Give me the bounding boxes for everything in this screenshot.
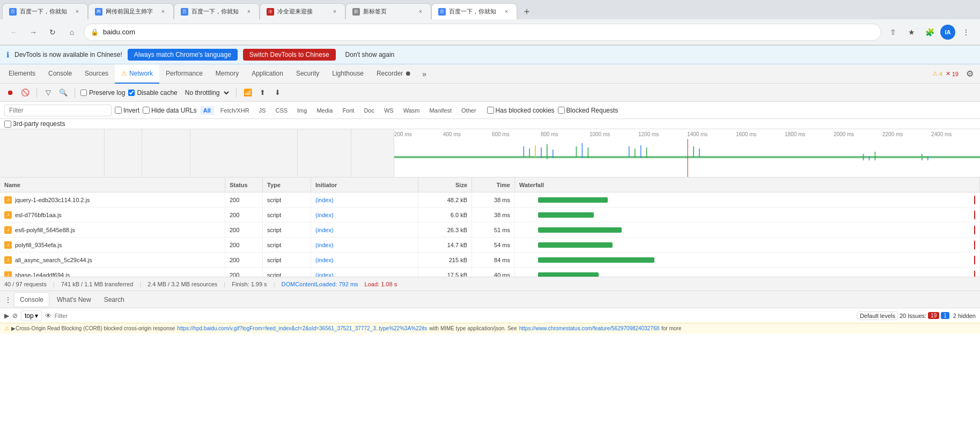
filter-type-all[interactable]: All xyxy=(200,106,214,115)
forward-button[interactable]: → xyxy=(26,25,41,40)
tab-console[interactable]: Console xyxy=(42,64,78,84)
back-button[interactable]: ← xyxy=(6,25,21,40)
blocked-requests-checkbox[interactable] xyxy=(558,107,565,114)
bookmark-button[interactable]: ★ xyxy=(904,25,919,40)
browser-tab-4[interactable]: 冷 冷全迎来迎接 × xyxy=(260,3,345,19)
table-row[interactable]: J all_async_search_5c29c44.js 200 script… xyxy=(0,253,980,268)
tab-security[interactable]: Security xyxy=(290,64,326,84)
browser-tab-1[interactable]: 百 百度一下，你就知 × xyxy=(2,3,88,19)
filter-icon-button[interactable]: ▽ xyxy=(42,87,54,99)
default-levels-select[interactable]: Default levels xyxy=(857,312,898,320)
url-bar[interactable]: 🔒 baidu.com xyxy=(84,24,881,41)
tab-performance[interactable]: Performance xyxy=(159,64,209,84)
table-row[interactable]: J sbase-1e4addf694.js 200 script (index)… xyxy=(0,268,980,277)
tab-memory[interactable]: Memory xyxy=(209,64,245,84)
more-tabs-button[interactable]: » xyxy=(418,70,431,78)
col-header-status[interactable]: Status xyxy=(225,177,263,192)
tab-lighthouse[interactable]: Lighthouse xyxy=(326,64,370,84)
col-header-name[interactable]: Name xyxy=(0,177,225,192)
preserve-log-label[interactable]: Preserve log xyxy=(80,89,125,97)
tab-favicon-4: 冷 xyxy=(267,8,274,16)
timeline-header: 200 ms 400 ms 600 ms 800 ms 1000 ms 1200… xyxy=(0,129,980,177)
search-button[interactable]: 🔍 xyxy=(57,87,69,99)
bottom-tab-whats-new[interactable]: What's New xyxy=(51,292,97,307)
new-tab-button[interactable]: + xyxy=(519,4,534,19)
disable-cache-checkbox[interactable] xyxy=(128,90,135,96)
filter-type-font[interactable]: Font xyxy=(339,106,357,115)
filter-type-media[interactable]: Media xyxy=(313,106,336,115)
match-language-button[interactable]: Always match Chrome's language xyxy=(128,49,238,61)
col-header-type[interactable]: Type xyxy=(263,177,311,192)
filter-type-ws[interactable]: WS xyxy=(381,106,397,115)
invert-checkbox[interactable] xyxy=(115,107,122,114)
col-header-time[interactable]: Time xyxy=(472,177,515,192)
col-header-initiator[interactable]: Initiator xyxy=(311,177,418,192)
preserve-log-checkbox[interactable] xyxy=(80,90,87,96)
profile-button[interactable]: IA xyxy=(940,25,955,40)
tab-close-3[interactable]: × xyxy=(245,8,253,16)
filter-type-img[interactable]: Img xyxy=(294,106,310,115)
blocked-requests-label[interactable]: Blocked Requests xyxy=(558,107,618,114)
tab-application[interactable]: Application xyxy=(245,64,290,84)
devtools-settings-button[interactable]: ⚙ xyxy=(962,69,978,79)
dont-show-again-button[interactable]: Don't show again xyxy=(341,49,399,61)
browser-tab-3[interactable]: 百 百度一下，你就知 × xyxy=(174,3,260,19)
console-link-2[interactable]: https://www.chromestatus.com/feature/562… xyxy=(519,325,659,331)
table-row[interactable]: J es6-polyfill_5645e88.js 200 script (in… xyxy=(0,223,980,238)
browser-tab-5[interactable]: 新 新标签页 × xyxy=(345,3,431,19)
home-button[interactable]: ⌂ xyxy=(64,25,79,40)
export-button[interactable]: ⬇ xyxy=(272,87,284,99)
filter-type-js[interactable]: JS xyxy=(256,106,269,115)
disable-cache-label[interactable]: Disable cache xyxy=(128,89,177,97)
table-row[interactable]: J polyfill_9354efa.js 200 script (index)… xyxy=(0,238,980,253)
hide-data-urls-checkbox-label[interactable]: Hide data URLs xyxy=(143,107,197,114)
record-button[interactable]: ⏺ xyxy=(4,87,16,99)
tab-close-6[interactable]: × xyxy=(503,8,510,16)
context-selector[interactable]: top ▾ xyxy=(21,310,42,321)
hide-data-urls-checkbox[interactable] xyxy=(143,107,150,114)
invert-checkbox-label[interactable]: Invert xyxy=(115,107,139,114)
throttle-select[interactable]: No throttling xyxy=(181,87,231,98)
browser-tab-6[interactable]: 百 百度一下，你就知 × xyxy=(431,3,517,19)
tab-recorder[interactable]: Recorder ⏺ xyxy=(370,64,418,84)
has-blocked-cookies-checkbox[interactable] xyxy=(487,107,494,114)
menu-button[interactable]: ⋮ xyxy=(959,25,974,40)
filter-input[interactable] xyxy=(4,105,112,116)
svg-rect-3 xyxy=(535,145,536,158)
filter-type-css[interactable]: CSS xyxy=(272,106,291,115)
clear-button[interactable]: 🚫 xyxy=(19,87,31,99)
filter-type-doc[interactable]: Doc xyxy=(360,106,378,115)
cell-waterfall-4 xyxy=(515,253,980,267)
bottom-tab-search[interactable]: Search xyxy=(99,292,130,307)
filter-type-manifest[interactable]: Manifest xyxy=(426,106,455,115)
bottom-menu-icon[interactable]: ⋮ xyxy=(4,295,12,304)
tab-elements[interactable]: Elements xyxy=(2,64,42,84)
console-link-1[interactable]: https://hpd.baidu.com/v.gif?logFrom=feed… xyxy=(177,325,427,331)
col-header-waterfall[interactable]: Waterfall xyxy=(515,177,980,192)
console-filter-input[interactable] xyxy=(55,313,854,319)
table-header: Name Status Type Initiator Size Time Wat… xyxy=(0,177,980,192)
filter-type-wasm[interactable]: Wasm xyxy=(400,106,423,115)
extensions-button[interactable]: 🧩 xyxy=(922,25,937,40)
tab-close-5[interactable]: × xyxy=(417,8,424,16)
browser-tab-2[interactable]: 网 网传前国足主帅字 × xyxy=(88,3,174,19)
tab-close-2[interactable]: × xyxy=(159,8,167,16)
third-party-checkbox-label[interactable]: 3rd-party requests xyxy=(4,120,65,128)
tab-close-4[interactable]: × xyxy=(331,8,338,16)
share-button[interactable]: ⇧ xyxy=(886,25,901,40)
filter-type-fetchxhr[interactable]: Fetch/XHR xyxy=(217,106,253,115)
col-header-size[interactable]: Size xyxy=(418,177,472,192)
network-conditions-button[interactable]: 📶 xyxy=(242,87,254,99)
third-party-checkbox[interactable] xyxy=(4,121,11,128)
switch-language-button[interactable]: Switch DevTools to Chinese xyxy=(243,49,336,61)
bottom-tab-console[interactable]: Console xyxy=(14,292,49,307)
import-button[interactable]: ⬆ xyxy=(257,87,269,99)
has-blocked-cookies-label[interactable]: Has blocked cookies xyxy=(487,107,555,114)
filter-type-other[interactable]: Other xyxy=(458,106,480,115)
reload-button[interactable]: ↻ xyxy=(45,25,60,40)
tab-sources[interactable]: Sources xyxy=(78,64,115,84)
tab-close-1[interactable]: × xyxy=(73,8,81,16)
table-row[interactable]: J jquery-1-edb203c114.10.2.js 200 script… xyxy=(0,192,980,207)
table-row[interactable]: J esl-d776bfb1aa.js 200 script (index) 6… xyxy=(0,207,980,223)
tab-network[interactable]: ⚠ Network xyxy=(115,64,159,84)
